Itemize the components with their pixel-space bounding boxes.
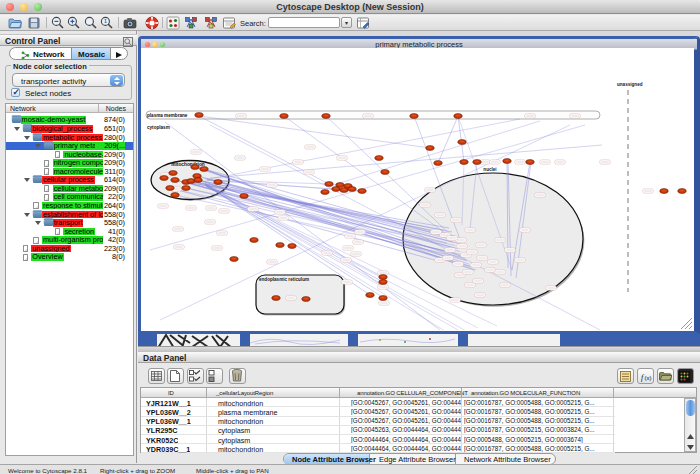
- svg-text:1: 1: [104, 18, 107, 24]
- svg-text:plasma membrane: plasma membrane: [147, 113, 188, 118]
- svg-text:endoplasmic reticulum: endoplasmic reticulum: [259, 277, 309, 282]
- svg-text:mitochondrion: mitochondrion: [171, 162, 205, 167]
- svg-text:(x): (x): [645, 375, 652, 381]
- svg-text:nuclei: nuclei: [483, 167, 496, 172]
- svg-text:unassigned: unassigned: [617, 82, 643, 87]
- svg-text:cytoplasm: cytoplasm: [147, 125, 170, 130]
